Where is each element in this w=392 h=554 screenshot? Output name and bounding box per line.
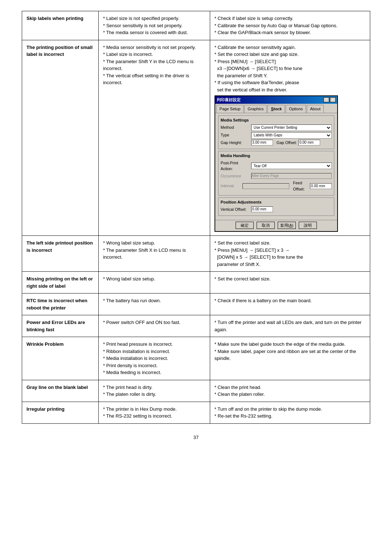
issue-cell: Irregular printing xyxy=(22,402,99,423)
type-label: Type xyxy=(221,132,250,138)
cause-cell: * The battery has run down. xyxy=(98,294,210,315)
dialog-titlebar: 列印喜好設定 ? × xyxy=(215,96,337,104)
cause-cell: * Print head pressure is incorrect. * Ri… xyxy=(98,337,210,380)
titlebar-controls: ? × xyxy=(323,97,336,102)
issue-label: RTC time is incorrect when reboot the pr… xyxy=(26,298,87,311)
cancel-button[interactable]: 取消 xyxy=(257,222,275,229)
cause-text: * Media sensor sensitivity is not set pr… xyxy=(103,45,196,86)
apply-button[interactable]: 套用(A) xyxy=(278,222,296,229)
solution-cell: * Check if there is a battery on the mai… xyxy=(210,294,370,315)
issue-cell: Missing printing on the left or right si… xyxy=(22,272,99,294)
post-print-select[interactable]: Tear Off xyxy=(251,163,332,169)
table-row: Wrinkle Problem * Print head pressure is… xyxy=(22,337,370,380)
solution-text: * Turn off the printer and wait all LEDs… xyxy=(215,320,362,332)
dialog-title: 列印喜好設定 xyxy=(217,97,241,103)
cause-cell: * Wrong label size setup. * The paramete… xyxy=(98,236,210,272)
solution-text: * Check if label size is setup correctly… xyxy=(215,16,338,35)
media-settings-group: Media Settings Method Use Current Printe… xyxy=(218,115,334,149)
occurrence-label: Occurrence xyxy=(221,173,250,179)
solution-text: * Calibrate the sensor sensitivity again… xyxy=(215,45,302,93)
issue-cell: Wrinkle Problem xyxy=(22,337,99,380)
solution-cell: * Set the correct label size. xyxy=(210,272,370,294)
gap-row: Gap Height: Gap Offset: xyxy=(221,140,332,146)
feed-offset-label: Feed Offset: xyxy=(293,180,309,192)
post-print-label: Post-Print Action: xyxy=(221,160,250,172)
issue-label: Power and Error LEDs are blinking fast xyxy=(26,320,85,332)
media-handling-title: Media Handling xyxy=(221,153,332,159)
close-button[interactable]: × xyxy=(330,97,336,102)
cause-cell: * The printer is in Hex Dump mode. * The… xyxy=(98,402,210,423)
cause-text: * The print head is dirty. * The platen … xyxy=(103,385,156,397)
cause-cell: * Power switch OFF and ON too fast. xyxy=(98,315,210,337)
solution-cell: * Set the correct label size. * Press [M… xyxy=(210,236,370,272)
dialog-tabs: Page Setup Graphics Stock Options About xyxy=(215,104,337,114)
cause-text: * The battery has run down. xyxy=(103,298,161,303)
tab-page-setup[interactable]: Page Setup xyxy=(216,105,244,113)
vertical-offset-row: Vertical Offset: xyxy=(221,206,332,213)
solution-text: * Check if there is a battery on the mai… xyxy=(215,298,312,303)
table-row: The left side printout position is incor… xyxy=(22,236,370,272)
ok-button[interactable]: 確定 xyxy=(236,222,254,229)
cause-text: * Wrong label size setup. xyxy=(103,276,155,282)
solution-cell: * Make sure the label guide touch the ed… xyxy=(210,337,370,380)
tab-about[interactable]: About xyxy=(307,105,324,113)
gap-offset-label: Gap Offset: xyxy=(277,140,297,146)
solution-cell: * Check if label size is setup correctly… xyxy=(210,11,370,40)
issue-label: The left side printout position is incor… xyxy=(26,240,93,253)
solution-cell: * Calibrate the sensor sensitivity again… xyxy=(210,40,370,236)
tab-stock[interactable]: Stock xyxy=(268,105,285,113)
printer-dialog: 列印喜好設定 ? × Page Setup Graphics Stock Opt… xyxy=(215,95,338,232)
type-row: Type Labels With Gaps xyxy=(221,132,332,139)
solution-cell: * Clean the print head. * Clean the plat… xyxy=(210,380,370,402)
issue-label: Wrinkle Problem xyxy=(26,341,64,347)
vertical-offset-input[interactable] xyxy=(251,206,273,212)
occurrence-row: Occurrence xyxy=(221,173,332,179)
solution-text: * Set the correct label size. * Press [M… xyxy=(215,240,303,267)
tab-options[interactable]: Options xyxy=(286,105,306,113)
tab-graphics[interactable]: Graphics xyxy=(244,105,267,113)
issue-cell: RTC time is incorrect when reboot the pr… xyxy=(22,294,99,315)
interval-label: Interval xyxy=(221,183,241,189)
help-button[interactable]: ? xyxy=(323,97,329,102)
issue-label: Missing printing on the left or right si… xyxy=(26,276,93,289)
solution-text: * Make sure the label guide touch the ed… xyxy=(215,341,356,361)
position-adjustments-title: Position Adjustments xyxy=(221,199,332,205)
gap-height-label: Gap Height: xyxy=(221,140,250,146)
media-settings-title: Media Settings xyxy=(221,117,332,123)
cause-text: * Wrong label size setup. * The paramete… xyxy=(103,240,186,260)
position-adjustments-group: Position Adjustments Vertical Offset: xyxy=(218,197,334,216)
issue-label: The printing position of small label is … xyxy=(26,45,93,57)
solution-text: * Turn off and on the printer to skip th… xyxy=(215,406,322,419)
solution-text: * Clean the print head. * Clean the plat… xyxy=(215,385,265,397)
table-row: Irregular printing * The printer is in H… xyxy=(22,402,370,423)
interval-input xyxy=(242,183,289,189)
issue-label: Skip labels when printing xyxy=(26,16,83,21)
help-doc-button[interactable]: 說明 xyxy=(299,222,317,229)
table-row: Gray line on the blank label * The print… xyxy=(22,380,370,402)
table-row: The printing position of small label is … xyxy=(22,40,370,236)
cause-text: * The printer is in Hex Dump mode. * The… xyxy=(103,406,177,419)
media-handling-group: Media Handling Post-Print Action: Tear O… xyxy=(218,151,334,196)
cause-cell: * Wrong label size setup. xyxy=(98,272,210,294)
method-select[interactable]: Use Current Printer Setting xyxy=(251,124,332,131)
cause-text: * Label size is not specified properly. … xyxy=(103,16,188,35)
type-select[interactable]: Labels With Gaps xyxy=(251,132,332,139)
cause-cell: * Label size is not specified properly. … xyxy=(98,11,210,40)
solution-text: * Set the correct label size. xyxy=(215,276,271,282)
vertical-offset-label: Vertical Offset: xyxy=(221,206,250,213)
method-label: Method xyxy=(221,124,250,131)
issue-label: Irregular printing xyxy=(26,406,65,412)
gap-height-input[interactable] xyxy=(251,140,273,145)
issue-cell: The left side printout position is incor… xyxy=(22,236,99,272)
issue-label: Gray line on the blank label xyxy=(26,385,88,390)
troubleshooting-table: Skip labels when printing * Label size i… xyxy=(22,11,370,424)
solution-cell: * Turn off the printer and wait all LEDs… xyxy=(210,315,370,337)
cause-cell: * Media sensor sensitivity is not set pr… xyxy=(98,40,210,236)
issue-cell: Skip labels when printing xyxy=(22,11,99,40)
table-row: Power and Error LEDs are blinking fast *… xyxy=(22,315,370,337)
method-row: Method Use Current Printer Setting xyxy=(221,124,332,131)
interval-row: Interval Feed Offset: xyxy=(221,180,332,192)
feed-offset-input[interactable] xyxy=(310,183,332,189)
gap-offset-input[interactable] xyxy=(298,140,320,145)
issue-cell: The printing position of small label is … xyxy=(22,40,99,236)
